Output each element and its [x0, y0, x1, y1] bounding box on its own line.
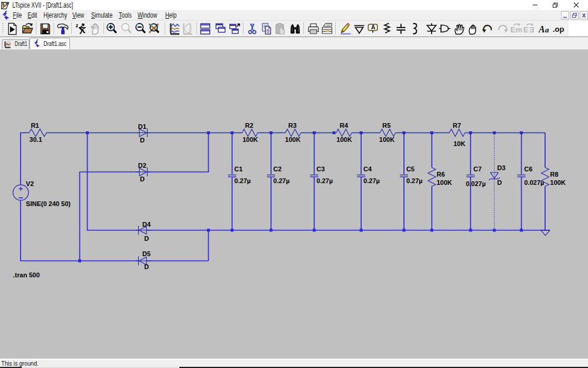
svg-text:A: A	[539, 24, 545, 34]
svg-text:.op: .op	[553, 24, 564, 33]
svg-text:A: A	[371, 24, 375, 31]
svg-text:a: a	[545, 25, 549, 34]
svg-text:Em: Em	[510, 25, 522, 34]
svg-text:E: E	[529, 25, 534, 34]
svg-text:E: E	[523, 25, 529, 34]
